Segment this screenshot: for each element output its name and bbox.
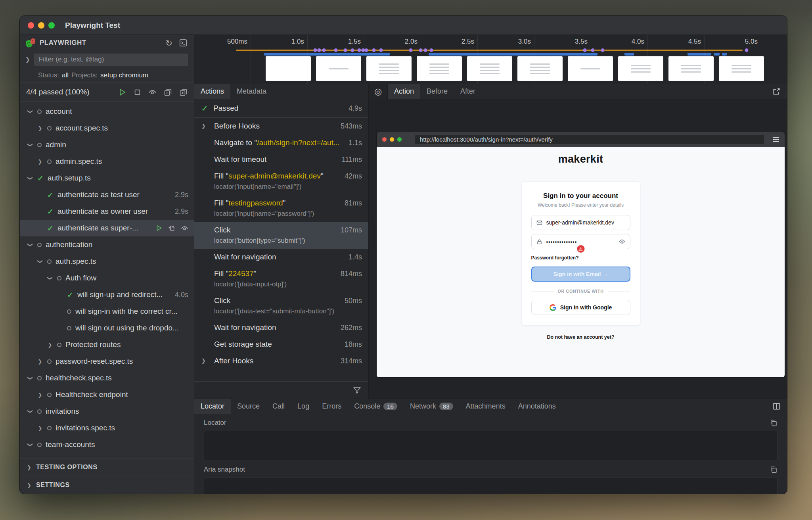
chevron-icon[interactable] [27, 441, 33, 448]
tree-row[interactable]: auth.spec.ts [20, 253, 194, 270]
chevron-icon[interactable] [27, 108, 33, 115]
copy-icon[interactable] [770, 466, 778, 474]
chevron-right-icon[interactable]: ❯ [25, 56, 30, 63]
filmstrip-thumbnail[interactable] [568, 56, 613, 81]
filmstrip-thumbnail[interactable] [316, 56, 361, 81]
tree-row[interactable]: admin [20, 136, 194, 153]
reload-tests-icon[interactable]: ↻ [164, 38, 174, 48]
stop-icon[interactable] [134, 88, 141, 96]
filmstrip-thumbnail[interactable] [618, 56, 663, 81]
action-row[interactable]: Click 107ms locator('button[type="submit… [194, 222, 368, 249]
collapse-all-icon[interactable] [164, 88, 172, 96]
tree-row[interactable]: healthcheck.spec.ts [20, 370, 194, 386]
chevron-icon[interactable] [37, 125, 43, 131]
chevron-icon[interactable] [27, 408, 33, 414]
chevron-icon[interactable] [47, 275, 53, 281]
tree-row[interactable]: admin.spec.ts [20, 153, 194, 170]
action-row[interactable]: Wait for navigation 1.4s [194, 249, 368, 265]
tree-row[interactable]: auth.setup.ts [20, 170, 194, 186]
chevron-icon[interactable] [201, 123, 206, 129]
tree-row[interactable]: will sign-up and redirect... 4.0s [20, 286, 194, 303]
watch-all-icon[interactable] [148, 88, 157, 96]
watch-test-icon[interactable] [181, 225, 188, 232]
pick-locator-target-icon[interactable]: ◎ [369, 84, 388, 99]
tab[interactable]: Before [420, 84, 454, 99]
terminal-icon[interactable] [178, 38, 188, 48]
tab[interactable]: Annotations [512, 399, 562, 414]
split-view-icon[interactable] [772, 402, 787, 411]
action-row[interactable]: Get storage state 18ms [194, 336, 368, 353]
run-all-icon[interactable] [118, 88, 126, 96]
filmstrip-thumbnail[interactable] [467, 56, 512, 81]
tree-row[interactable]: will sign out using the dropdo... [20, 320, 194, 336]
tab[interactable]: Locator [194, 399, 231, 414]
tree-row[interactable]: account [20, 103, 194, 120]
filmstrip-thumbnail[interactable] [719, 56, 764, 81]
close-window-button[interactable] [28, 22, 34, 29]
action-row[interactable]: Wait for timeout 111ms [194, 151, 368, 168]
expand-all-icon[interactable] [179, 88, 188, 96]
filter-status-row[interactable]: Status: all Projects: setup chromium [20, 68, 194, 83]
tree-row[interactable]: account.spec.ts [20, 120, 194, 136]
tab[interactable]: Metadata [230, 84, 273, 99]
locator-editor[interactable] [204, 431, 778, 460]
chevron-icon[interactable] [37, 159, 43, 165]
tree-row[interactable]: invitations.spec.ts [20, 420, 194, 436]
chevron-icon[interactable] [201, 358, 206, 364]
tree-row[interactable]: authenticate as owner user 2.9s [20, 203, 194, 220]
chevron-icon[interactable] [47, 342, 53, 348]
chevron-icon[interactable] [37, 425, 43, 431]
minimize-window-button[interactable] [38, 22, 44, 29]
sidebar-section-header[interactable]: SETTINGS [20, 476, 194, 494]
tab[interactable]: Action [388, 84, 420, 99]
sidebar-section-header[interactable]: TESTING OPTIONS [20, 458, 194, 476]
aria-snapshot-editor[interactable] [204, 478, 778, 494]
tab[interactable]: Attachments [460, 399, 512, 414]
chevron-icon[interactable] [37, 392, 43, 398]
tree-row[interactable]: password-reset.spec.ts [20, 353, 194, 370]
action-row[interactable]: Wait for navigation 262ms [194, 319, 368, 336]
tree-row[interactable]: Auth flow [20, 270, 194, 286]
tree-row[interactable]: authentication [20, 236, 194, 253]
filmstrip-thumbnail[interactable] [517, 56, 563, 81]
tab[interactable]: Call [266, 399, 291, 414]
tab[interactable]: Network 83 [404, 399, 460, 414]
tab[interactable]: Errors [316, 399, 348, 414]
action-row[interactable]: Fill " super-admin@makerkit.dev " 42ms l… [194, 168, 368, 195]
tree-row[interactable]: will sign-in with the correct cr... [20, 303, 194, 320]
source-file-icon[interactable] [168, 225, 175, 232]
chevron-icon[interactable] [27, 242, 33, 248]
tab[interactable]: Actions [194, 84, 230, 99]
tab[interactable]: Source [231, 399, 266, 414]
chevron-icon[interactable] [27, 142, 33, 148]
action-row[interactable]: Navigate to " /auth/sign-in?next=/aut...… [194, 134, 368, 151]
chevron-icon[interactable] [27, 175, 33, 181]
tree-row[interactable]: Protected routes [20, 336, 194, 353]
filter-funnel-icon[interactable] [353, 386, 361, 394]
tree-row[interactable]: authenticate as super-... [20, 220, 194, 236]
filmstrip-thumbnail[interactable] [266, 56, 311, 81]
filmstrip-thumbnail[interactable] [366, 56, 412, 81]
tab[interactable]: After [454, 84, 482, 99]
filmstrip-thumbnail[interactable] [668, 56, 714, 81]
action-row[interactable]: After Hooks 314ms [194, 353, 368, 369]
tab[interactable]: Console 16 [348, 399, 404, 414]
action-row[interactable]: Before Hooks 543ms [194, 118, 368, 134]
tab[interactable]: Log [291, 399, 316, 414]
filmstrip-thumbnail[interactable] [417, 56, 462, 81]
zoom-window-button[interactable] [48, 22, 55, 29]
tree-row[interactable]: team-accounts [20, 436, 194, 453]
action-row[interactable]: Fill " testingpassword " 81ms locator('i… [194, 195, 368, 222]
chevron-icon[interactable] [27, 375, 33, 381]
chevron-icon[interactable] [37, 359, 43, 365]
action-row[interactable]: Click 50ms locator('[data-test="submit-m… [194, 292, 368, 319]
timeline[interactable]: 500ms 1.0s 1.5s 2.0s 2.5s 3.0s 3.5s 4.0s… [194, 35, 787, 84]
chevron-icon[interactable] [37, 258, 43, 265]
open-external-icon[interactable] [772, 87, 787, 96]
tree-row[interactable]: authenticate as test user 2.9s [20, 186, 194, 203]
filter-input[interactable] [34, 54, 188, 66]
tree-row[interactable]: Healthcheck endpoint [20, 386, 194, 403]
run-test-icon[interactable] [155, 225, 163, 232]
action-row[interactable]: Fill " 224537 " 814ms locator('[data-inp… [194, 265, 368, 292]
tree-row[interactable]: invitations [20, 403, 194, 420]
